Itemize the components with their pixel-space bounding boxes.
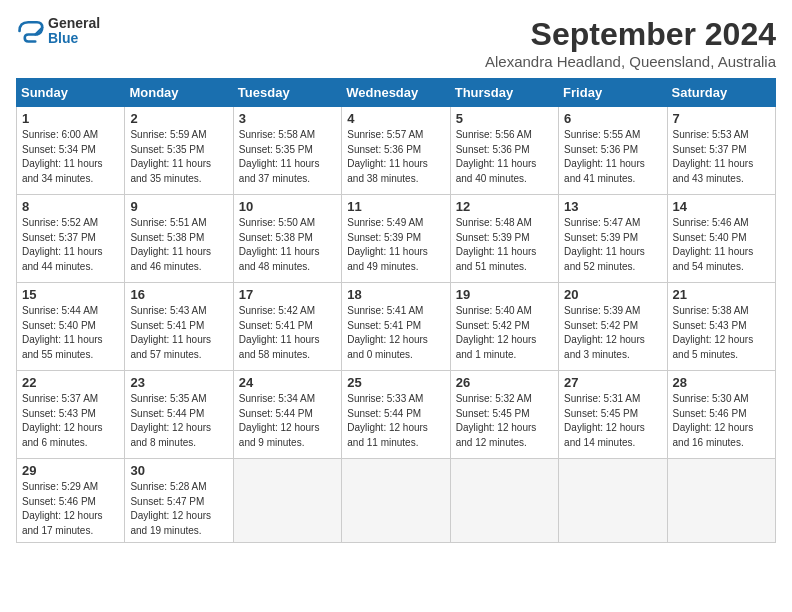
page-header: General Blue September 2024 Alexandra He… — [16, 16, 776, 70]
day-info: Sunrise: 5:58 AM Sunset: 5:35 PM Dayligh… — [239, 128, 336, 186]
day-number: 10 — [239, 199, 336, 214]
day-info: Sunrise: 5:53 AM Sunset: 5:37 PM Dayligh… — [673, 128, 770, 186]
day-number: 1 — [22, 111, 119, 126]
calendar-cell: 30Sunrise: 5:28 AM Sunset: 5:47 PM Dayli… — [125, 459, 233, 543]
day-number: 5 — [456, 111, 553, 126]
day-number: 25 — [347, 375, 444, 390]
day-number: 13 — [564, 199, 661, 214]
day-number: 21 — [673, 287, 770, 302]
day-number: 23 — [130, 375, 227, 390]
day-info: Sunrise: 5:52 AM Sunset: 5:37 PM Dayligh… — [22, 216, 119, 274]
calendar-cell: 10Sunrise: 5:50 AM Sunset: 5:38 PM Dayli… — [233, 195, 341, 283]
day-number: 7 — [673, 111, 770, 126]
logo-line1: General — [48, 16, 100, 31]
col-header-monday: Monday — [125, 79, 233, 107]
calendar-cell: 26Sunrise: 5:32 AM Sunset: 5:45 PM Dayli… — [450, 371, 558, 459]
col-header-tuesday: Tuesday — [233, 79, 341, 107]
day-number: 29 — [22, 463, 119, 478]
week-row-2: 8Sunrise: 5:52 AM Sunset: 5:37 PM Daylig… — [17, 195, 776, 283]
day-info: Sunrise: 5:28 AM Sunset: 5:47 PM Dayligh… — [130, 480, 227, 538]
day-number: 12 — [456, 199, 553, 214]
week-row-4: 22Sunrise: 5:37 AM Sunset: 5:43 PM Dayli… — [17, 371, 776, 459]
location-title: Alexandra Headland, Queensland, Australi… — [485, 53, 776, 70]
day-info: Sunrise: 5:47 AM Sunset: 5:39 PM Dayligh… — [564, 216, 661, 274]
calendar-cell: 4Sunrise: 5:57 AM Sunset: 5:36 PM Daylig… — [342, 107, 450, 195]
col-header-sunday: Sunday — [17, 79, 125, 107]
calendar-cell: 21Sunrise: 5:38 AM Sunset: 5:43 PM Dayli… — [667, 283, 775, 371]
col-header-saturday: Saturday — [667, 79, 775, 107]
week-row-1: 1Sunrise: 6:00 AM Sunset: 5:34 PM Daylig… — [17, 107, 776, 195]
day-info: Sunrise: 5:38 AM Sunset: 5:43 PM Dayligh… — [673, 304, 770, 362]
day-number: 15 — [22, 287, 119, 302]
calendar-cell: 18Sunrise: 5:41 AM Sunset: 5:41 PM Dayli… — [342, 283, 450, 371]
calendar-cell: 16Sunrise: 5:43 AM Sunset: 5:41 PM Dayli… — [125, 283, 233, 371]
day-number: 8 — [22, 199, 119, 214]
day-info: Sunrise: 5:41 AM Sunset: 5:41 PM Dayligh… — [347, 304, 444, 362]
calendar-cell: 27Sunrise: 5:31 AM Sunset: 5:45 PM Dayli… — [559, 371, 667, 459]
calendar-cell — [342, 459, 450, 543]
calendar-cell: 8Sunrise: 5:52 AM Sunset: 5:37 PM Daylig… — [17, 195, 125, 283]
day-number: 28 — [673, 375, 770, 390]
day-number: 27 — [564, 375, 661, 390]
day-number: 14 — [673, 199, 770, 214]
calendar-cell — [667, 459, 775, 543]
calendar-cell: 20Sunrise: 5:39 AM Sunset: 5:42 PM Dayli… — [559, 283, 667, 371]
day-info: Sunrise: 5:33 AM Sunset: 5:44 PM Dayligh… — [347, 392, 444, 450]
calendar-table: SundayMondayTuesdayWednesdayThursdayFrid… — [16, 78, 776, 543]
day-number: 17 — [239, 287, 336, 302]
calendar-cell: 9Sunrise: 5:51 AM Sunset: 5:38 PM Daylig… — [125, 195, 233, 283]
day-number: 6 — [564, 111, 661, 126]
week-row-3: 15Sunrise: 5:44 AM Sunset: 5:40 PM Dayli… — [17, 283, 776, 371]
day-info: Sunrise: 5:56 AM Sunset: 5:36 PM Dayligh… — [456, 128, 553, 186]
calendar-cell: 29Sunrise: 5:29 AM Sunset: 5:46 PM Dayli… — [17, 459, 125, 543]
calendar-cell — [233, 459, 341, 543]
day-info: Sunrise: 5:32 AM Sunset: 5:45 PM Dayligh… — [456, 392, 553, 450]
calendar-cell: 7Sunrise: 5:53 AM Sunset: 5:37 PM Daylig… — [667, 107, 775, 195]
calendar-cell: 14Sunrise: 5:46 AM Sunset: 5:40 PM Dayli… — [667, 195, 775, 283]
day-info: Sunrise: 5:31 AM Sunset: 5:45 PM Dayligh… — [564, 392, 661, 450]
day-info: Sunrise: 5:29 AM Sunset: 5:46 PM Dayligh… — [22, 480, 119, 538]
day-info: Sunrise: 5:49 AM Sunset: 5:39 PM Dayligh… — [347, 216, 444, 274]
week-row-5: 29Sunrise: 5:29 AM Sunset: 5:46 PM Dayli… — [17, 459, 776, 543]
calendar-cell: 2Sunrise: 5:59 AM Sunset: 5:35 PM Daylig… — [125, 107, 233, 195]
day-info: Sunrise: 5:44 AM Sunset: 5:40 PM Dayligh… — [22, 304, 119, 362]
month-title: September 2024 — [485, 16, 776, 53]
day-info: Sunrise: 5:59 AM Sunset: 5:35 PM Dayligh… — [130, 128, 227, 186]
day-number: 22 — [22, 375, 119, 390]
calendar-cell — [450, 459, 558, 543]
calendar-body: 1Sunrise: 6:00 AM Sunset: 5:34 PM Daylig… — [17, 107, 776, 543]
col-header-thursday: Thursday — [450, 79, 558, 107]
logo-icon — [16, 17, 44, 45]
calendar-cell: 25Sunrise: 5:33 AM Sunset: 5:44 PM Dayli… — [342, 371, 450, 459]
calendar-cell: 17Sunrise: 5:42 AM Sunset: 5:41 PM Dayli… — [233, 283, 341, 371]
day-info: Sunrise: 5:57 AM Sunset: 5:36 PM Dayligh… — [347, 128, 444, 186]
day-info: Sunrise: 5:30 AM Sunset: 5:46 PM Dayligh… — [673, 392, 770, 450]
day-info: Sunrise: 5:51 AM Sunset: 5:38 PM Dayligh… — [130, 216, 227, 274]
col-header-wednesday: Wednesday — [342, 79, 450, 107]
calendar-cell: 24Sunrise: 5:34 AM Sunset: 5:44 PM Dayli… — [233, 371, 341, 459]
calendar-cell: 22Sunrise: 5:37 AM Sunset: 5:43 PM Dayli… — [17, 371, 125, 459]
title-block: September 2024 Alexandra Headland, Queen… — [485, 16, 776, 70]
calendar-cell: 13Sunrise: 5:47 AM Sunset: 5:39 PM Dayli… — [559, 195, 667, 283]
day-number: 18 — [347, 287, 444, 302]
day-info: Sunrise: 6:00 AM Sunset: 5:34 PM Dayligh… — [22, 128, 119, 186]
day-info: Sunrise: 5:37 AM Sunset: 5:43 PM Dayligh… — [22, 392, 119, 450]
day-info: Sunrise: 5:55 AM Sunset: 5:36 PM Dayligh… — [564, 128, 661, 186]
calendar-cell: 6Sunrise: 5:55 AM Sunset: 5:36 PM Daylig… — [559, 107, 667, 195]
day-info: Sunrise: 5:48 AM Sunset: 5:39 PM Dayligh… — [456, 216, 553, 274]
logo-text: General Blue — [48, 16, 100, 47]
calendar-cell: 1Sunrise: 6:00 AM Sunset: 5:34 PM Daylig… — [17, 107, 125, 195]
calendar-cell: 12Sunrise: 5:48 AM Sunset: 5:39 PM Dayli… — [450, 195, 558, 283]
calendar-cell: 3Sunrise: 5:58 AM Sunset: 5:35 PM Daylig… — [233, 107, 341, 195]
calendar-header-row: SundayMondayTuesdayWednesdayThursdayFrid… — [17, 79, 776, 107]
day-number: 4 — [347, 111, 444, 126]
day-number: 3 — [239, 111, 336, 126]
day-number: 30 — [130, 463, 227, 478]
day-number: 24 — [239, 375, 336, 390]
day-info: Sunrise: 5:40 AM Sunset: 5:42 PM Dayligh… — [456, 304, 553, 362]
col-header-friday: Friday — [559, 79, 667, 107]
day-number: 16 — [130, 287, 227, 302]
day-number: 11 — [347, 199, 444, 214]
day-info: Sunrise: 5:50 AM Sunset: 5:38 PM Dayligh… — [239, 216, 336, 274]
day-number: 26 — [456, 375, 553, 390]
